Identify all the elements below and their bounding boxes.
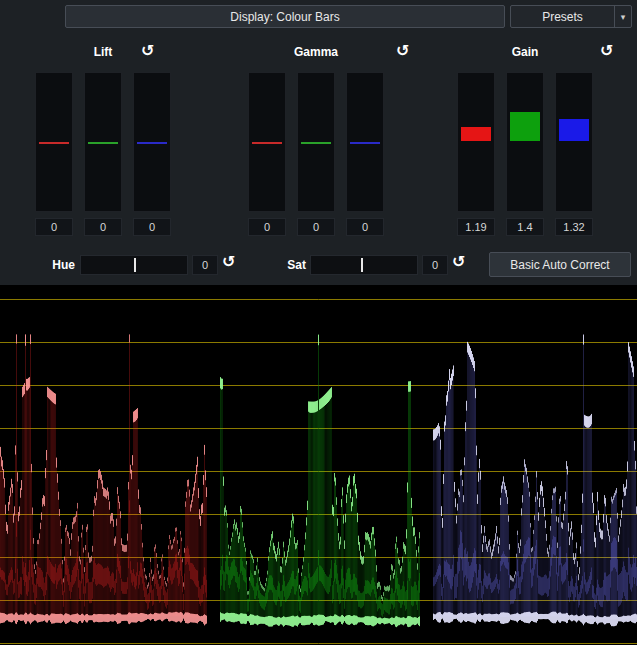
- presets-label: Presets: [511, 10, 614, 24]
- gain-blue-handle[interactable]: [559, 119, 589, 141]
- sat-reset-icon[interactable]: ↺: [452, 253, 465, 271]
- lift-red-handle[interactable]: [39, 142, 69, 144]
- gain-green-slider[interactable]: [506, 72, 544, 212]
- gamma-green-slider[interactable]: [297, 72, 335, 212]
- lift-red-value: 0: [35, 218, 73, 236]
- gamma-green-value: 0: [297, 218, 335, 236]
- gain-green-value: 1.4: [506, 218, 544, 236]
- hue-slider-marker[interactable]: [134, 258, 136, 272]
- lift-green-slider[interactable]: [84, 72, 122, 212]
- gain-blue-slider[interactable]: [555, 72, 593, 212]
- gain-blue-value: 1.32: [555, 218, 593, 236]
- gamma-section-label: Gamma: [291, 45, 341, 59]
- gain-red-slider[interactable]: [457, 72, 495, 212]
- waveform-scope: [0, 285, 637, 645]
- lift-reset-icon[interactable]: ↺: [141, 42, 154, 60]
- sat-slider-marker[interactable]: [361, 258, 363, 272]
- gamma-reset-icon[interactable]: ↺: [396, 42, 409, 60]
- lift-red-slider[interactable]: [35, 72, 73, 212]
- gamma-red-slider[interactable]: [248, 72, 286, 212]
- colour-correct-panel: Display: Colour Bars Presets ▾ Lift Gamm…: [0, 0, 637, 645]
- lift-blue-slider[interactable]: [133, 72, 171, 212]
- presets-button[interactable]: Presets ▾: [510, 5, 632, 28]
- gamma-red-handle[interactable]: [252, 142, 282, 144]
- gain-red-handle[interactable]: [461, 127, 491, 141]
- lift-blue-handle[interactable]: [137, 142, 167, 144]
- hue-slider[interactable]: [80, 255, 188, 275]
- gamma-blue-value: 0: [346, 218, 384, 236]
- gain-section-label: Gain: [500, 45, 550, 59]
- hue-value: 0: [192, 255, 218, 275]
- gamma-green-handle[interactable]: [301, 142, 331, 144]
- chevron-down-icon[interactable]: ▾: [614, 6, 631, 27]
- gamma-blue-slider[interactable]: [346, 72, 384, 212]
- controls-panel: Display: Colour Bars Presets ▾ Lift Gamm…: [0, 0, 637, 285]
- gamma-blue-handle[interactable]: [350, 142, 380, 144]
- lift-green-value: 0: [84, 218, 122, 236]
- sat-value: 0: [422, 255, 448, 275]
- lift-green-handle[interactable]: [88, 142, 118, 144]
- display-mode-button[interactable]: Display: Colour Bars: [65, 5, 505, 28]
- gamma-red-value: 0: [248, 218, 286, 236]
- sat-label: Sat: [264, 258, 306, 272]
- gain-green-handle[interactable]: [510, 112, 540, 141]
- lift-blue-value: 0: [133, 218, 171, 236]
- gain-reset-icon[interactable]: ↺: [600, 42, 613, 60]
- sat-slider[interactable]: [310, 255, 418, 275]
- lift-section-label: Lift: [78, 45, 128, 59]
- gain-red-value: 1.19: [457, 218, 495, 236]
- hue-reset-icon[interactable]: ↺: [222, 253, 235, 271]
- basic-auto-correct-button[interactable]: Basic Auto Correct: [489, 252, 631, 277]
- hue-label: Hue: [30, 258, 75, 272]
